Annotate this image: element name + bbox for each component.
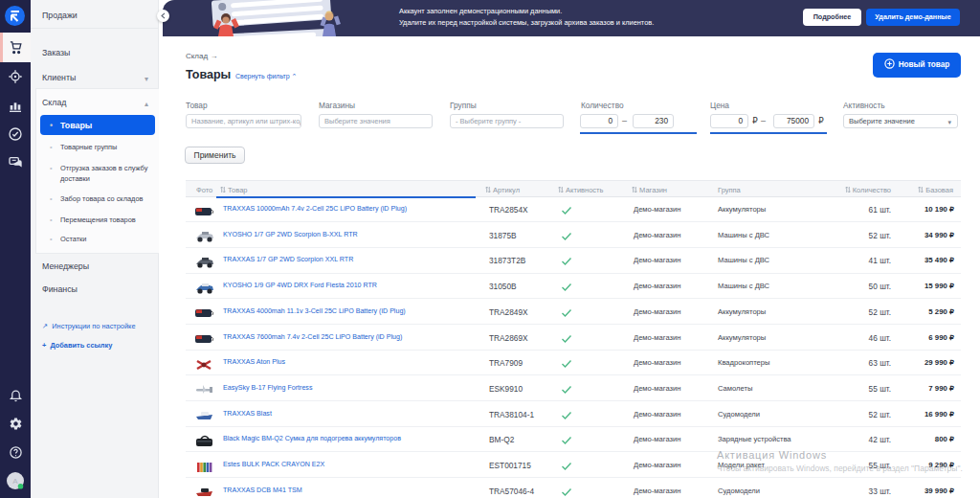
svg-text:A: A	[12, 477, 18, 486]
